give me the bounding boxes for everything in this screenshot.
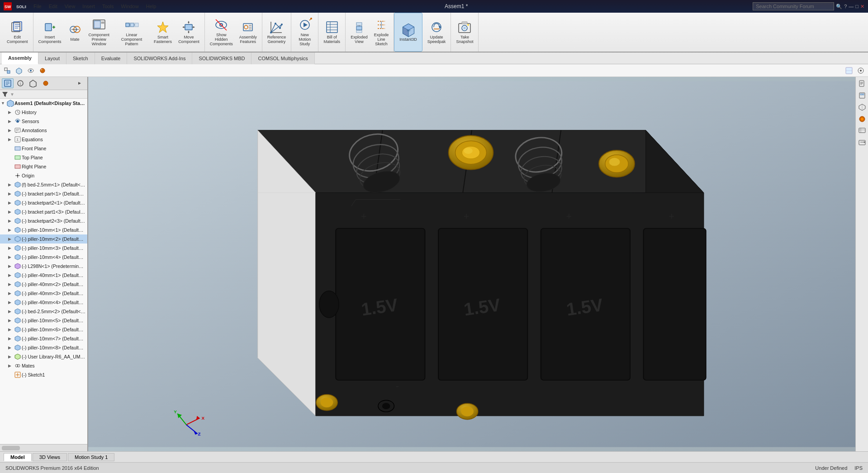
tree-item-piller-40mm-4[interactable]: ▶ (-) piller-40mm<4> (Default<<Defa (0, 298, 87, 307)
display-manager-tab[interactable] (40, 78, 52, 88)
close-button[interactable]: ✕ (860, 4, 864, 10)
tree-item-piller-10mm-3[interactable]: ▶ (-) piller-10mm<3> (Default<<Defa (0, 244, 87, 253)
tree-item-sensors[interactable]: ▶ Sensors (0, 117, 87, 126)
tree-item-annotations[interactable]: ▶ Annotations (0, 126, 87, 135)
linear-component-pattern-button[interactable]: Linear ComponentPattern (114, 16, 150, 48)
display-style-button[interactable] (14, 66, 24, 76)
tree-item-l298n-1[interactable]: ▶ (-) L298N<1> (Predeterminado<<P (0, 262, 87, 271)
part-expand[interactable]: ▶ (8, 182, 14, 187)
feature-tree[interactable]: ▼ Assem1 (Default<Display State-1>) ▶ Hi… (0, 99, 87, 444)
right-btn-6[interactable] (857, 138, 867, 148)
tree-root[interactable]: ▼ Assem1 (Default<Display State-1>) (0, 99, 87, 108)
part-expand[interactable]: ▶ (8, 191, 14, 196)
bill-of-materials-button[interactable]: Bill ofMaterials (321, 19, 342, 46)
menu-insert[interactable]: Insert (79, 3, 99, 10)
take-snapshot-button[interactable]: TakeSnapshot (454, 19, 475, 46)
tree-item-piller-10mm-8[interactable]: ▶ (-) piller-10mm<8> (Default<<Defa (0, 343, 87, 352)
tree-item-equations[interactable]: ▶ Σ Equations (0, 135, 87, 144)
tree-item-history[interactable]: ▶ History (0, 108, 87, 117)
right-btn-5[interactable] (857, 126, 867, 136)
tree-item-bracketpart2-1[interactable]: ▶ (-) bracketpart2<1> (Default<<Defa (0, 198, 87, 207)
root-expand-icon[interactable]: ▼ (1, 101, 6, 105)
reference-geometry-button[interactable]: ReferenceGeometry (265, 19, 289, 46)
history-expand[interactable]: ▶ (8, 110, 14, 115)
tab-layout[interactable]: Layout (38, 53, 66, 64)
tree-item-piller-10mm-4[interactable]: ▶ (-) piller-10mm<4> (Default<<Defa (0, 253, 87, 262)
tree-item-bed-2-5mm-2[interactable]: ▶ (-) bed-2.5mm<2> (Default<<Defa (0, 307, 87, 316)
equations-expand[interactable]: ▶ (8, 137, 14, 142)
part-icon (14, 190, 22, 197)
panel-scroll-thumb[interactable] (2, 446, 20, 450)
bottom-tab-model[interactable]: Model (4, 453, 32, 461)
sensors-expand[interactable]: ▶ (8, 119, 14, 124)
view-orientation-button[interactable] (2, 66, 13, 76)
tree-item-piller-40mm-1[interactable]: ▶ (-) piller-40mm<1> (Default<<Defa (0, 271, 87, 280)
tree-item-top-plane[interactable]: ▶ Top Plane (0, 153, 87, 162)
tab-solidworks-addins[interactable]: SOLIDWORKS Add-Ins (127, 53, 192, 64)
edit-component-button[interactable]: EditComponent (5, 19, 30, 46)
tree-item-mates[interactable]: ▶ Mates (0, 361, 87, 370)
new-motion-study-button[interactable]: NewMotionStudy (295, 16, 314, 48)
tree-item-sketch1[interactable]: ▶ (-) Sketch1 (0, 370, 87, 379)
instant3d-button[interactable]: 3D Instant3D (397, 21, 419, 43)
tab-assembly[interactable]: Assembly (2, 53, 38, 64)
help-icon[interactable]: ? (844, 4, 847, 9)
tree-item-right-plane[interactable]: ▶ Right Plane (0, 162, 87, 171)
bottom-tab-motion-study[interactable]: Motion Study 1 (68, 453, 114, 461)
tree-item-bracket-part1-3[interactable]: ▶ (-) bracket part1<3> (Default<<Def (0, 207, 87, 216)
exploded-view-button[interactable]: ExplodedView (348, 19, 370, 46)
hide-show-items-button[interactable] (25, 66, 36, 76)
panel-scrollbar[interactable] (0, 444, 87, 451)
tree-item-piller-40mm-3[interactable]: ▶ (-) piller-40mm<3> (Default<<Defa (0, 289, 87, 298)
tree-item-bed-2-5mm-1[interactable]: ▶ (f) bed-2.5mm<1> (Default<<Defa (0, 180, 87, 189)
show-hidden-components-button[interactable]: ShowHiddenComponents (208, 16, 235, 48)
menu-file[interactable]: File (30, 3, 45, 10)
expand-panel-button[interactable] (74, 78, 85, 88)
menu-help[interactable]: Help (142, 3, 160, 10)
bottom-tab-3dviews[interactable]: 3D Views (33, 453, 67, 461)
update-speedpak-button[interactable]: UpdateSpeedpak (425, 19, 448, 46)
edit-appearance-button[interactable] (37, 66, 48, 76)
assembly-features-button[interactable]: AssemblyFeatures (237, 19, 259, 46)
right-btn-2[interactable] (857, 91, 867, 100)
tree-item-piller-10mm-6[interactable]: ▶ (-) piller-10mm<6> (Default<<Defa (0, 325, 87, 334)
tree-item-piller-10mm-7[interactable]: ▶ (-) piller-10mm<7> (Default<<Defa (0, 334, 87, 343)
mate-button[interactable]: Mate (66, 21, 85, 43)
right-btn-1[interactable] (857, 79, 867, 89)
tree-item-user-library[interactable]: ▶ (-) User Library-R6_AA_UM3-1_5V_h (0, 352, 87, 361)
tab-solidworks-mbd[interactable]: SOLIDWORKS MBD (192, 53, 251, 64)
tree-item-bracketpart2-3[interactable]: ▶ (-) bracketpart2<3> (Default<<Defa (0, 216, 87, 225)
tab-comsol[interactable]: COMSOL Multiphysics (251, 53, 314, 64)
view-settings-button[interactable] (855, 66, 866, 76)
smart-fasteners-button[interactable]: SmartFasteners (152, 19, 174, 46)
menu-edit[interactable]: Edit (45, 3, 61, 10)
insert-components-button[interactable]: InsertComponents (36, 19, 64, 46)
3d-viewport[interactable]: 1.5V + - 1.5V + 1.5V + + (88, 77, 855, 451)
tree-item-origin[interactable]: ▶ Origin (0, 171, 87, 180)
right-btn-3[interactable] (857, 102, 867, 112)
search-input[interactable] (753, 2, 834, 10)
property-manager-tab[interactable]: i (14, 78, 26, 88)
tab-evaluate[interactable]: Evaluate (95, 53, 128, 64)
feature-manager-tab[interactable] (2, 78, 14, 88)
maximize-button[interactable]: □ (855, 4, 859, 9)
menu-window[interactable]: Window (118, 3, 142, 10)
configuration-manager-tab[interactable] (27, 78, 39, 88)
explode-line-sketch-button[interactable]: ExplodeLineSketch (372, 16, 391, 48)
right-btn-4[interactable] (857, 114, 867, 124)
apply-scene-button[interactable] (844, 66, 854, 76)
tab-sketch[interactable]: Sketch (66, 53, 95, 64)
move-component-button[interactable]: MoveComponent (176, 19, 202, 46)
minimize-button[interactable]: — (849, 4, 854, 9)
tree-item-piller-10mm-2[interactable]: ▶ (-) piller-10mm<2> (Default<<Defa (0, 234, 87, 244)
tree-item-piller-40mm-2[interactable]: ▶ (-) piller-40mm<2> (Default<<Defa (0, 280, 87, 289)
annotations-expand[interactable]: ▶ (8, 128, 14, 133)
tree-item-piller-10mm-1[interactable]: ▶ (-) piller-10mm<1> (Default<<Defa (0, 225, 87, 234)
component-preview-window-button[interactable]: ComponentPreviewWindow (86, 16, 112, 48)
tree-item-piller-10mm-5[interactable]: ▶ (-) piller-10mm<5> (Default<<Defa (0, 316, 87, 325)
menu-view[interactable]: View (61, 3, 79, 10)
tree-item-front-plane[interactable]: ▶ Front Plane (0, 144, 87, 153)
menu-tools[interactable]: Tools (99, 3, 118, 10)
tree-item-bracket-part-1[interactable]: ▶ (-) bracket part<1> (Default<<Def (0, 189, 87, 198)
search-icon[interactable]: 🔍 (836, 4, 842, 10)
